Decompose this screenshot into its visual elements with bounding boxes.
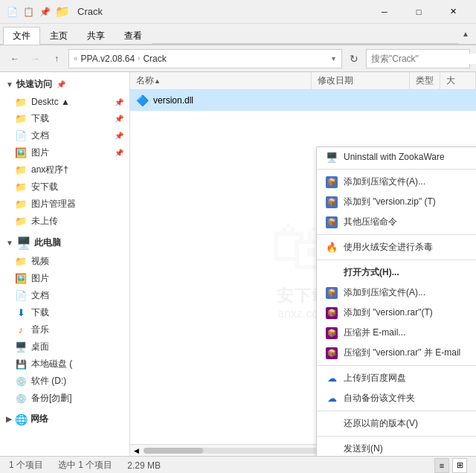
title-bar-icons: 📄 📋 📌 📁 Crack (6, 4, 103, 19)
sidebar-item-anxdown[interactable]: 📁 安下载 (0, 178, 129, 196)
sidebar-item-label: Desktc ▲ (31, 97, 110, 107)
downloads-folder-icon: 📁 (15, 113, 27, 125)
sidebar-item-label: 安下载 (31, 181, 123, 193)
notup-folder-icon: 📁 (15, 216, 27, 228)
address-path[interactable]: « PPA.v2.08.64 › Crack ▼ (68, 49, 342, 68)
context-menu: 🖥️ Uninstall with ZookaWare 📦 添加到压缩文件(A)… (316, 147, 476, 456)
tab-share[interactable]: 共享 (77, 27, 115, 45)
up-button[interactable]: ↑ (48, 50, 65, 68)
ctx-auto-backup[interactable]: ☁ 自动备份该文件夹 (317, 388, 476, 408)
sidebar-item-music[interactable]: ♪ 音乐 (0, 321, 129, 338)
tab-home[interactable]: 主页 (40, 27, 77, 45)
sidebar-item-desktop[interactable]: 📁 Desktc ▲ 📌 (0, 94, 129, 110)
sidebar: ▼ 快速访问 📌 📁 Desktc ▲ 📌 📁 下载 📌 📄 文档 📌 🖼️ 图… (0, 72, 130, 456)
path-expand-icon[interactable]: ▼ (330, 55, 337, 62)
pics-icon: 🖼️ (15, 273, 27, 285)
copy-icon: 📋 (22, 6, 34, 18)
ctx-compress-rar-email[interactable]: 📦 压缩到 "version.rar" 并 E-mail (317, 343, 476, 363)
path-part-ppa[interactable]: PPA.v2.08.64 (81, 54, 135, 64)
ctx-compress-rar[interactable]: 📦 添加到 "version.rar"(T) (317, 303, 476, 323)
sidebar-item-software-d[interactable]: 💿 软件 (D:) (0, 373, 129, 390)
ctx-label: 压缩并 E-mail... (344, 326, 476, 339)
path-chevron: › (138, 54, 140, 62)
sidebar-item-docs[interactable]: 📄 文档 📌 (0, 127, 129, 144)
ctx-compress-zip[interactable]: 📦 添加到 "version.zip" (T) (317, 192, 476, 212)
ctx-compress-add2[interactable]: 📦 添加到压缩文件(A)... (317, 283, 476, 303)
path-part-crack[interactable]: Crack (143, 54, 166, 64)
sidebar-item-downloads[interactable]: 📁 下载 📌 (0, 110, 129, 127)
ctx-compress-email[interactable]: 📦 压缩并 E-mail... (317, 323, 476, 343)
tiles-view-btn[interactable]: ⊞ (452, 458, 467, 473)
file-list-header: 名称 修改日期 类型 大 (130, 72, 476, 90)
ctx-open-with[interactable]: 打开方式(H)... (317, 263, 476, 283)
dll-file-icon: 🔷 (136, 94, 149, 106)
sidebar-item-label: 图片管理器 (31, 198, 123, 210)
ctx-antivirus[interactable]: 🔥 使用火绒安全进行杀毒 (317, 237, 476, 257)
ctx-restore[interactable]: 还原以前的版本(V) (317, 414, 476, 434)
sidebar-network[interactable]: ▶ 🌐 网络 (0, 410, 129, 428)
sidebar-item-label: 软件 (D:) (31, 375, 123, 387)
ctx-sendto[interactable]: 发送到(N) ▶ (317, 439, 476, 456)
refresh-button[interactable]: ↻ (345, 50, 363, 68)
col-date-header[interactable]: 修改日期 (312, 72, 410, 89)
sidebar-item-pictures[interactable]: 🖼️ 图片 📌 (0, 144, 129, 161)
col-type-header[interactable]: 类型 (410, 72, 440, 89)
selected-count: 选中 1 个项目 (58, 459, 112, 472)
back-button[interactable]: ← (6, 50, 24, 68)
sidebar-item-label: 视频 (31, 255, 123, 268)
sidebar-item-label: 下载 (31, 306, 123, 319)
col-name-header[interactable]: 名称 (130, 72, 312, 89)
network-icon: 🌐 (15, 414, 28, 425)
col-size-header[interactable]: 大 (440, 72, 476, 89)
sidebar-item-label: anx程序† (31, 164, 123, 176)
sidebar-quick-access[interactable]: ▼ 快速访问 📌 (0, 75, 129, 94)
pin-icon-2: 📌 (115, 115, 123, 123)
videos-icon: 📁 (15, 256, 27, 268)
details-view-btn[interactable]: ≡ (434, 458, 449, 473)
sidebar-this-pc[interactable]: ▼ 🖥️ 此电脑 (0, 233, 129, 253)
tab-file[interactable]: 文件 (3, 27, 40, 45)
anxdown-folder-icon: 📁 (15, 181, 27, 193)
ribbon-expand-icon[interactable]: ▲ (458, 24, 473, 44)
ctx-label: Uninstall with ZookaWare (344, 152, 476, 162)
ctx-uninstall[interactable]: 🖥️ Uninstall with ZookaWare (317, 147, 476, 167)
main-content: ▼ 快速访问 📌 📁 Desktc ▲ 📌 📁 下载 📌 📄 文档 📌 🖼️ 图… (0, 72, 476, 456)
sidebar-item-backup[interactable]: 💿 备份[勿删] (0, 390, 129, 407)
maximize-button[interactable]: □ (402, 0, 436, 24)
compress-add-icon: 📦 (326, 176, 338, 188)
file-row[interactable]: 🔷 version.dll (130, 90, 476, 111)
separator-2 (317, 234, 476, 235)
sidebar-item-imgmgr[interactable]: 📁 图片管理器 (0, 196, 129, 213)
file-name-cell: 🔷 version.dll (130, 94, 323, 106)
sidebar-item-desk[interactable]: 🖥️ 桌面 (0, 338, 129, 355)
music-icon: ♪ (15, 324, 27, 336)
separator-6 (317, 436, 476, 437)
sendto-icon (326, 443, 338, 455)
ctx-baidu[interactable]: ☁ 上传到百度网盘 (317, 368, 476, 388)
path-separator-start: « (74, 54, 78, 62)
backup-icon: 💿 (15, 393, 27, 405)
scroll-left-btn[interactable]: ◀ (130, 445, 142, 457)
sidebar-item-notup[interactable]: 📁 未上传 (0, 213, 129, 230)
search-input[interactable] (371, 54, 476, 64)
tab-view[interactable]: 查看 (115, 27, 152, 45)
sidebar-item-local-disk[interactable]: 💾 本地磁盘 ( (0, 355, 129, 373)
sidebar-item-anx[interactable]: 📁 anx程序† (0, 161, 129, 178)
ctx-compress-add[interactable]: 📦 添加到压缩文件(A)... (317, 172, 476, 192)
software-d-icon: 💿 (15, 376, 27, 387)
close-button[interactable]: ✕ (436, 0, 470, 24)
sidebar-item-videos[interactable]: 📁 视频 (0, 253, 129, 270)
open-with-icon (326, 267, 338, 279)
forward-button[interactable]: → (27, 50, 45, 68)
minimize-button[interactable]: ─ (367, 0, 402, 24)
sidebar-item-pics[interactable]: 🖼️ 图片 (0, 270, 129, 287)
separator-3 (317, 260, 476, 260)
network-label: 网络 (30, 413, 48, 425)
quick-access-chevron: ▼ (6, 80, 13, 89)
sidebar-item-docs2[interactable]: 📄 文档 (0, 287, 129, 304)
sidebar-item-dl[interactable]: ⬇ 下载 (0, 304, 129, 321)
ctx-label: 发送到(N) (344, 443, 476, 455)
imgmgr-folder-icon: 📁 (15, 199, 27, 210)
sidebar-item-label: 图片 (31, 272, 123, 285)
ctx-compress-other[interactable]: 📦 其他压缩命令 (317, 212, 476, 232)
